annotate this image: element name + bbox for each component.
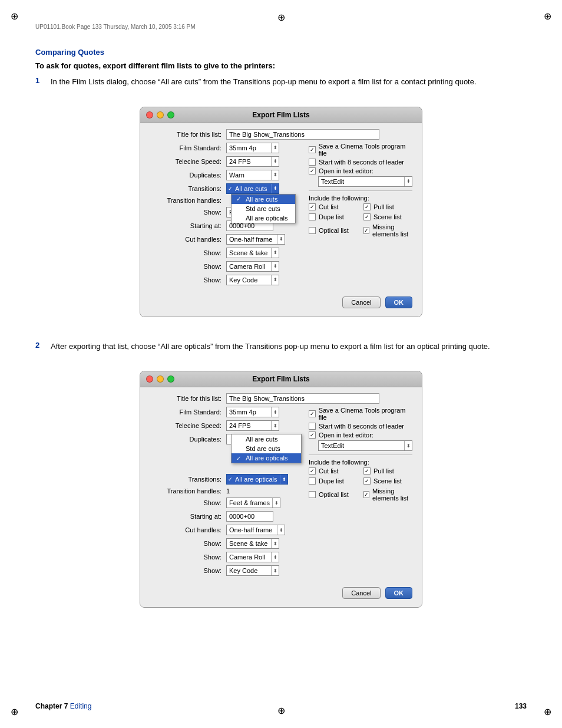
d2-missing-elements-label: Missing elements list xyxy=(372,487,412,502)
transitions-row: Transitions: ✓ All are cuts ⬍ xyxy=(150,183,303,194)
title-list-input[interactable] xyxy=(226,129,379,140)
save-cinema-checkbox[interactable]: ✓ xyxy=(309,146,316,153)
show-2-row: Show: Scene & take ⬍ xyxy=(150,248,303,258)
dialog-1-cancel-button[interactable]: Cancel xyxy=(342,297,380,308)
corner-mark-tl: ⊕ xyxy=(11,11,18,22)
d2-missing-elements-checkbox[interactable]: ✓ xyxy=(363,491,369,498)
d2-transitions-arrow: ⬍ xyxy=(280,475,286,484)
d2-open-text-row: ✓ Open in text editor: xyxy=(309,431,412,439)
dialog-1-minimize-dot[interactable] xyxy=(157,111,164,118)
missing-elements-checkbox[interactable]: ✓ xyxy=(363,227,369,234)
d2-show-1-arrow: ⬍ xyxy=(272,498,279,508)
optical-list-checkbox[interactable]: ✓ xyxy=(309,227,316,234)
d2-dupe-list-checkbox[interactable] xyxy=(309,477,316,485)
film-standard-select[interactable]: 35mm 4p ⬍ xyxy=(226,143,279,153)
d2-dropdown-label-3: All are opticals xyxy=(246,454,288,462)
save-cinema-label: Save a Cinema Tools program file xyxy=(319,143,412,157)
show-4-value: Key Code xyxy=(228,276,270,284)
d2-telecine-speed-select[interactable]: 24 FPS ⬍ xyxy=(226,420,279,431)
dialog-1-close-dot[interactable] xyxy=(146,111,153,118)
telecine-speed-select[interactable]: 24 FPS ⬍ xyxy=(226,156,279,167)
transitions-select[interactable]: ✓ All are cuts ⬍ xyxy=(226,183,279,194)
d2-save-cinema-row: ✓ Save a Cinema Tools program file xyxy=(309,407,412,421)
d2-start-leader-checkbox[interactable] xyxy=(309,423,316,430)
dialog-1-left-form: Film Standard: 35mm 4p ⬍ Telecine Speed:… xyxy=(150,143,303,288)
d2-show-4-value: Key Code xyxy=(228,567,270,574)
show-3-value: Camera Roll xyxy=(228,263,270,270)
step-2: 2 After exporting that list, choose “All… xyxy=(35,341,527,353)
cut-list-label: Cut list xyxy=(319,203,339,210)
dialog-2-cancel-button[interactable]: Cancel xyxy=(342,587,380,599)
d2-dropdown-item-1[interactable]: All are cuts xyxy=(232,434,301,444)
show-2-select[interactable]: Scene & take ⬍ xyxy=(226,248,279,258)
d2-show-2-select[interactable]: Scene & take ⬍ xyxy=(226,538,279,549)
textedit-select[interactable]: TextEdit ⬍ xyxy=(318,176,412,187)
d2-cut-handles-label: Cut handles: xyxy=(150,526,226,533)
dialog-2-ok-button[interactable]: OK xyxy=(385,587,413,599)
d2-optical-list-row: Optical list xyxy=(309,487,358,502)
d2-pull-list-checkbox[interactable]: ✓ xyxy=(363,467,371,475)
dropdown-item-2[interactable]: Std are cuts xyxy=(232,204,295,213)
open-text-checkbox[interactable]: ✓ xyxy=(309,167,316,174)
dialog-2-left-form: Film Standard: 35mm 4p ⬍ Telecine Speed:… xyxy=(150,407,303,579)
cut-handles-label: Cut handles: xyxy=(150,236,226,243)
d2-save-cinema-label: Save a Cinema Tools program file xyxy=(319,407,412,421)
dialog-2-maximize-dot[interactable] xyxy=(167,375,174,383)
cut-list-checkbox[interactable]: ✓ xyxy=(309,203,316,210)
d2-save-cinema-checkbox[interactable]: ✓ xyxy=(309,410,316,417)
scene-list-checkbox[interactable]: ✓ xyxy=(363,213,371,220)
dialog-2-close-dot[interactable] xyxy=(146,375,153,383)
d2-cut-list-checkbox[interactable]: ✓ xyxy=(309,467,316,475)
step-1-number: 1 xyxy=(35,76,44,88)
d2-transitions-select[interactable]: ✓ All are opticals ⬍ xyxy=(226,474,288,485)
duplicates-arrow: ⬍ xyxy=(271,170,277,180)
dupe-list-checkbox[interactable]: ✓ xyxy=(309,213,316,220)
d2-title-list-input[interactable] xyxy=(226,393,379,404)
dropdown-label-1: All are cuts xyxy=(246,196,277,203)
transitions-container: Transitions: ✓ All are cuts ⬍ ✓ xyxy=(150,183,303,204)
d2-dropdown-item-2[interactable]: Std are cuts xyxy=(232,444,301,453)
start-leader-label: Start with 8 seconds of leader xyxy=(319,159,404,166)
d2-textedit-arrow: ⬍ xyxy=(404,441,411,450)
dropdown-item-3[interactable]: All are opticals xyxy=(232,213,295,223)
d2-show-1-select[interactable]: Feet & frames ⬍ xyxy=(226,498,280,508)
d2-dropdown-label-2: Std are cuts xyxy=(246,445,280,452)
d2-show-2-label: Show: xyxy=(150,540,226,547)
d2-textedit-select[interactable]: TextEdit ⬍ xyxy=(318,440,412,451)
dialog-2-minimize-dot[interactable] xyxy=(157,375,164,383)
dialog-2-title: Export Film Lists xyxy=(252,375,309,383)
bold-instruction: To ask for quotes, export different film… xyxy=(35,61,527,70)
d2-starting-at-input[interactable] xyxy=(226,511,273,522)
show-4-select[interactable]: Key Code ⬍ xyxy=(226,275,279,285)
d2-film-standard-select[interactable]: 35mm 4p ⬍ xyxy=(226,407,279,417)
dropdown-item-1[interactable]: ✓ All are cuts xyxy=(232,195,295,204)
d2-show-4-row: Show: Key Code ⬍ xyxy=(150,565,303,576)
d2-telecine-speed-row: Telecine Speed: 24 FPS ⬍ xyxy=(150,420,303,431)
start-leader-checkbox[interactable] xyxy=(309,159,316,166)
d2-duplicates-label: Duplicates: xyxy=(150,436,226,443)
d2-show-4-select[interactable]: Key Code ⬍ xyxy=(226,565,279,576)
cut-handles-select[interactable]: One-half frame ⬍ xyxy=(226,234,285,245)
footer-left: Chapter 7 Editing xyxy=(35,702,91,710)
d2-start-leader-row: Start with 8 seconds of leader xyxy=(309,423,412,430)
show-4-row: Show: Key Code ⬍ xyxy=(150,275,303,285)
d2-dropdown-item-3[interactable]: ✓ All are opticals xyxy=(232,453,301,463)
d2-scene-list-checkbox[interactable]: ✓ xyxy=(363,477,371,485)
transition-handles-label: Transition handles: xyxy=(150,197,226,204)
open-text-label: Open in text editor: xyxy=(319,167,373,174)
d2-show-3-select[interactable]: Camera Roll ⬍ xyxy=(226,552,279,562)
scene-list-row: ✓ Scene list xyxy=(363,213,412,220)
transitions-label: Transitions: xyxy=(150,185,226,192)
show-3-select[interactable]: Camera Roll ⬍ xyxy=(226,261,279,272)
d2-optical-list-checkbox[interactable] xyxy=(309,491,316,498)
d2-open-text-checkbox[interactable]: ✓ xyxy=(309,431,316,439)
dialog-1-ok-button[interactable]: OK xyxy=(385,297,413,308)
d2-show-1-row: Show: Feet & frames ⬍ xyxy=(150,498,303,508)
dialog-1-maximize-dot[interactable] xyxy=(167,111,174,118)
dialog-1-buttons xyxy=(146,111,174,118)
d2-cut-handles-select[interactable]: One-half frame ⬍ xyxy=(226,525,285,535)
duplicates-select[interactable]: Warn ⬍ xyxy=(226,170,279,180)
d2-show-3-label: Show: xyxy=(150,554,226,561)
dialog-1-titlebar: Export Film Lists xyxy=(140,107,422,123)
pull-list-checkbox[interactable]: ✓ xyxy=(363,203,371,210)
